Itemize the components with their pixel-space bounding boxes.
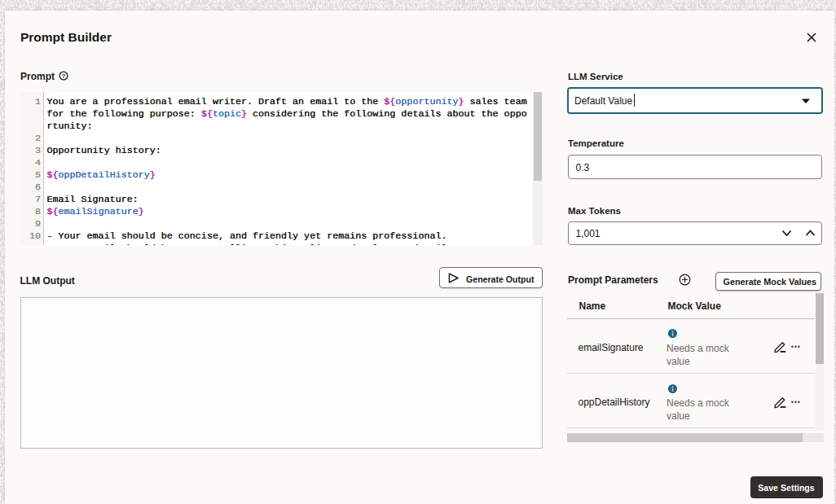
svg-text:?: ? xyxy=(61,72,65,79)
